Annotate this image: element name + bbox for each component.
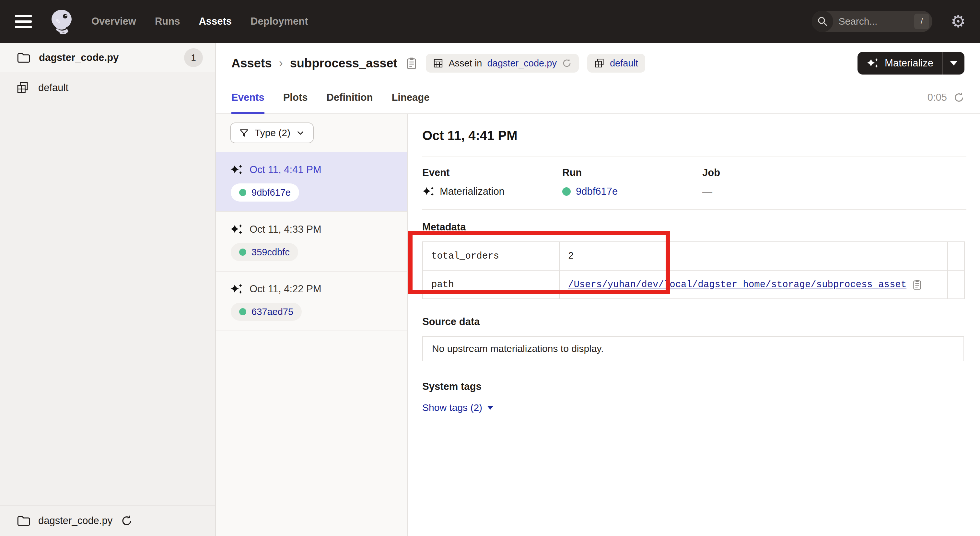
- sidebar: dagster_code.py 1 default dagster_code.p…: [0, 43, 216, 536]
- type-filter-button[interactable]: Type (2): [230, 122, 314, 143]
- event-timestamp: Oct 11, 4:33 PM: [250, 224, 321, 235]
- source-data-heading: Source data: [422, 316, 966, 328]
- filter-funnel-icon: [239, 128, 249, 138]
- event-detail-title: Oct 11, 4:41 PM: [422, 128, 966, 143]
- table-row: path /Users/yuhan/dev/local/dagster_home…: [423, 270, 964, 299]
- dagster-logo-icon[interactable]: [49, 8, 76, 35]
- caret-down-icon: [950, 61, 957, 65]
- asset-in-repo-chip[interactable]: Asset in dagster_code.py: [426, 54, 579, 73]
- materialization-sparkle-icon: [230, 164, 243, 176]
- materialize-dropdown-button[interactable]: [943, 52, 964, 75]
- refresh-icon[interactable]: [953, 92, 964, 103]
- run-id-pill[interactable]: 9dbf617e: [231, 183, 299, 202]
- gear-icon[interactable]: ⚙: [950, 13, 966, 30]
- show-tags-toggle[interactable]: Show tags (2): [422, 402, 493, 413]
- sidebar-footer-repo[interactable]: dagster_code.py: [0, 505, 215, 536]
- event-list-item[interactable]: Oct 11, 4:33 PM 359cdbfc: [216, 212, 407, 272]
- tab-plots[interactable]: Plots: [283, 81, 308, 114]
- source-data-empty-message: No upstream materializations to display.: [422, 336, 964, 361]
- chevron-down-icon: [296, 129, 305, 137]
- repo-name: dagster_code.py: [39, 52, 119, 64]
- storage-path-link[interactable]: /Users/yuhan/dev/local/dagster_home/stor…: [568, 279, 907, 290]
- job-value: —: [702, 186, 712, 197]
- event-timestamp: Oct 11, 4:41 PM: [250, 164, 321, 176]
- search-input[interactable]: Search... /: [812, 11, 932, 32]
- metadata-heading: Metadata: [422, 221, 966, 233]
- folder-icon: [16, 51, 30, 65]
- run-id-pill[interactable]: 359cdbfc: [231, 243, 298, 261]
- materialization-sparkle-icon: [230, 283, 243, 295]
- event-column-label: Event: [422, 167, 562, 178]
- run-column-label: Run: [562, 167, 702, 178]
- event-list-item[interactable]: Oct 11, 4:22 PM 637aed75: [216, 272, 407, 331]
- materialization-sparkle-icon: [422, 186, 434, 197]
- timer-value: 0:05: [928, 92, 947, 103]
- nav-item-assets[interactable]: Assets: [199, 16, 232, 27]
- refresh-timer: 0:05: [928, 92, 964, 103]
- run-status-dot: [562, 187, 571, 196]
- folder-icon: [16, 514, 30, 528]
- group-label: default: [38, 82, 68, 94]
- run-id: 359cdbfc: [251, 247, 290, 258]
- search-icon: [812, 11, 833, 32]
- chip-group-link[interactable]: default: [610, 58, 638, 69]
- run-status-dot: [239, 189, 246, 196]
- chip-prefix: Asset in: [449, 58, 482, 69]
- run-status-dot: [239, 308, 246, 315]
- nav-item-runs[interactable]: Runs: [155, 16, 180, 27]
- event-detail-pane: Oct 11, 4:41 PM Event Materialization: [408, 114, 980, 536]
- top-nav: Overview Runs Assets Deployment Search..…: [0, 0, 980, 43]
- search-shortcut-key: /: [914, 14, 929, 29]
- materialization-sparkle-icon: [230, 224, 243, 235]
- sidebar-item-default-group[interactable]: default: [0, 73, 215, 102]
- breadcrumb: Assets › subprocess_asset: [231, 56, 397, 70]
- tab-definition[interactable]: Definition: [326, 81, 373, 114]
- metadata-key: total_orders: [423, 242, 559, 270]
- run-id: 9dbf617e: [251, 187, 291, 198]
- nav-links: Overview Runs Assets Deployment: [91, 16, 308, 27]
- event-list-item[interactable]: Oct 11, 4:41 PM 9dbf617e: [216, 152, 407, 212]
- system-tags-heading: System tags: [422, 381, 966, 393]
- chip-repo-link[interactable]: dagster_code.py: [487, 58, 557, 69]
- type-filter-label: Type (2): [255, 127, 290, 138]
- run-id: 637aed75: [251, 307, 293, 317]
- asset-group-icon: [16, 81, 29, 94]
- job-column-label: Job: [702, 167, 966, 178]
- search-placeholder: Search...: [833, 16, 914, 27]
- event-timestamp: Oct 11, 4:22 PM: [250, 283, 321, 295]
- copy-asset-name-icon[interactable]: [406, 57, 417, 70]
- sparkle-icon: [867, 58, 879, 69]
- copy-path-icon[interactable]: [912, 279, 922, 290]
- caret-down-icon: [487, 406, 493, 410]
- asset-group-icon: [594, 58, 605, 68]
- metadata-value: 2: [559, 242, 948, 270]
- reload-icon[interactable]: [562, 58, 572, 68]
- run-status-dot: [239, 248, 246, 256]
- metadata-key: path: [423, 270, 559, 299]
- tab-lineage[interactable]: Lineage: [391, 81, 430, 114]
- breadcrumb-separator-icon: ›: [278, 56, 283, 70]
- asset-header: Assets › subprocess_asset Asse: [216, 43, 980, 82]
- breadcrumb-assets[interactable]: Assets: [231, 56, 272, 70]
- table-row: total_orders 2: [423, 242, 964, 270]
- asset-table-icon: [433, 58, 443, 68]
- nav-item-deployment[interactable]: Deployment: [250, 16, 308, 27]
- materialize-label: Materialize: [885, 57, 933, 69]
- tab-events[interactable]: Events: [231, 81, 264, 114]
- event-type-value: Materialization: [440, 186, 504, 197]
- repo-count-badge: 1: [184, 48, 203, 67]
- materialize-button[interactable]: Materialize: [858, 52, 964, 75]
- reload-icon[interactable]: [121, 515, 132, 526]
- metadata-table: total_orders 2 path /Users/yuhan/dev/loc…: [422, 242, 965, 299]
- breadcrumb-asset-name: subprocess_asset: [290, 56, 398, 70]
- run-id-link[interactable]: 9dbf617e: [576, 186, 618, 197]
- hamburger-menu-icon[interactable]: [14, 13, 32, 30]
- asset-tabs: Events Plots Definition Lineage 0:05: [216, 82, 980, 114]
- nav-item-overview[interactable]: Overview: [91, 16, 136, 27]
- footer-repo-name: dagster_code.py: [38, 515, 113, 526]
- asset-group-chip[interactable]: default: [587, 54, 645, 73]
- events-list: Type (2) Oct 11, 4:41 PM: [216, 114, 408, 536]
- sidebar-item-repo[interactable]: dagster_code.py 1: [0, 43, 215, 73]
- run-id-pill[interactable]: 637aed75: [231, 303, 302, 321]
